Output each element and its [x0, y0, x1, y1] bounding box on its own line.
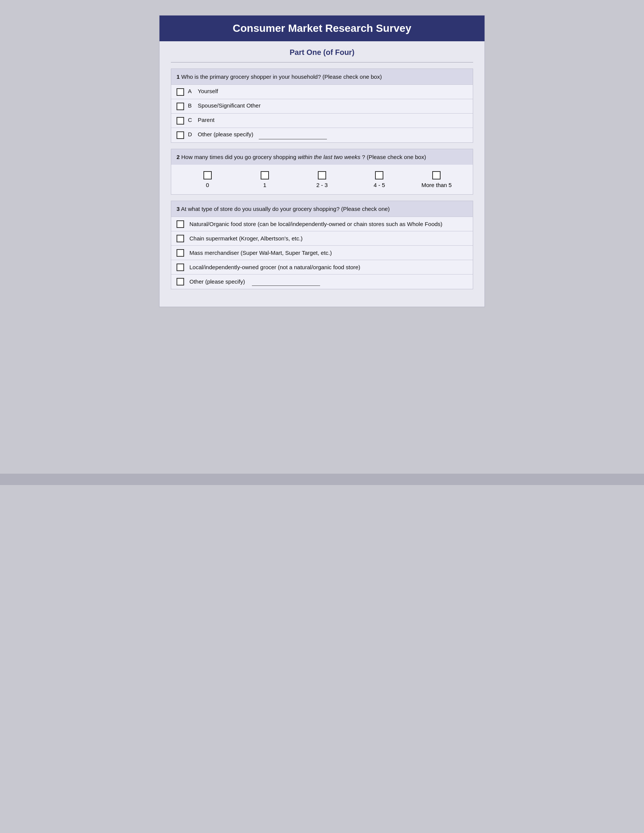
part-title-row: Part One (of Four): [171, 41, 473, 62]
q3-text-local: Local/independently-owned grocer (not a …: [189, 263, 360, 271]
q2-text-italic: within the last two weeks: [298, 154, 360, 160]
footer-bar: [0, 474, 644, 485]
q2-text-prefix: How many times did you go grocery shoppi…: [182, 154, 298, 160]
survey-title: Consumer Market Research Survey: [233, 23, 411, 34]
q2-label-0: 0: [206, 182, 209, 188]
q3-checkbox-natural[interactable]: [177, 220, 184, 228]
q2-label-1: 1: [263, 182, 266, 188]
q3-option-natural: Natural/Organic food store (can be local…: [171, 217, 473, 231]
q3-text-other: Other (please specify): [189, 278, 245, 286]
q1-specify-input[interactable]: [259, 131, 327, 139]
survey-header: Consumer Market Research Survey: [159, 16, 485, 41]
q2-label-more5: More than 5: [421, 182, 452, 188]
question-1: 1 Who is the primary grocery shopper in …: [171, 69, 473, 143]
q1-checkbox-b[interactable]: [177, 103, 184, 110]
section-divider: [171, 62, 473, 63]
question-2: 2 How many times did you go grocery shop…: [171, 149, 473, 195]
q1-checkbox-d[interactable]: [177, 131, 184, 139]
q1-checkbox-a[interactable]: [177, 88, 184, 96]
q2-option-1: 1: [236, 171, 293, 188]
q2-checkbox-more5[interactable]: [432, 171, 441, 180]
q1-option-c: C Parent: [171, 113, 473, 128]
q1-option-b: B Spouse/Significant Other: [171, 99, 473, 113]
question-3-text: 3 At what type of store do you usually d…: [171, 201, 473, 217]
q2-checkbox-45[interactable]: [375, 171, 383, 180]
q1-text-d: Other (please specify): [198, 131, 253, 137]
q1-text: Who is the primary grocery shopper in yo…: [182, 74, 382, 80]
q1-letter-c: C: [188, 117, 194, 123]
q3-checkbox-local[interactable]: [177, 264, 184, 271]
question-3-block: 3 At what type of store do you usually d…: [171, 201, 473, 289]
q3-checkbox-mass[interactable]: [177, 249, 184, 257]
q3-text-chain: Chain supermarket (Kroger, Albertson's, …: [189, 234, 303, 242]
q1-text-a: Yourself: [198, 88, 218, 94]
page-bottom: [0, 307, 644, 458]
q3-option-other: Other (please specify): [171, 274, 473, 289]
q1-letter-d: D: [188, 131, 194, 137]
q3-option-mass: Mass merchandiser (Super Wal-Mart, Super…: [171, 245, 473, 260]
q3-text-mass: Mass merchandiser (Super Wal-Mart, Super…: [189, 249, 332, 257]
q2-option-0: 0: [179, 171, 236, 188]
q1-letter-b: B: [188, 102, 194, 109]
q3-checkbox-other[interactable]: [177, 278, 184, 286]
q2-options-row: 0 1 2 - 3 4 - 5: [171, 165, 473, 194]
q1-checkbox-c[interactable]: [177, 117, 184, 125]
q1-text-b: Spouse/Significant Other: [198, 102, 261, 109]
q2-checkbox-23[interactable]: [318, 171, 326, 180]
question-2-text: 2 How many times did you go grocery shop…: [171, 149, 473, 165]
q3-specify-input[interactable]: [252, 278, 320, 286]
q3-number: 3: [177, 206, 180, 212]
q3-option-chain: Chain supermarket (Kroger, Albertson's, …: [171, 231, 473, 245]
q2-option-more5: More than 5: [408, 171, 465, 188]
q2-label-23: 2 - 3: [316, 182, 328, 188]
q1-number: 1: [177, 74, 180, 80]
q1-letter-a: A: [188, 88, 194, 94]
question-2-block: 2 How many times did you go grocery shop…: [171, 149, 473, 195]
question-1-text: 1 Who is the primary grocery shopper in …: [171, 69, 473, 84]
question-1-block: 1 Who is the primary grocery shopper in …: [171, 69, 473, 143]
q1-option-d: D Other (please specify): [171, 128, 473, 142]
question-3: 3 At what type of store do you usually d…: [171, 201, 473, 289]
part-title: Part One (of Four): [290, 48, 354, 56]
q2-label-45: 4 - 5: [374, 182, 385, 188]
q3-option-local: Local/independently-owned grocer (not a …: [171, 260, 473, 274]
q2-option-23: 2 - 3: [293, 171, 350, 188]
q2-option-45: 4 - 5: [351, 171, 408, 188]
survey-body: Part One (of Four) 1 Who is the primary …: [159, 41, 485, 307]
q2-checkbox-1[interactable]: [261, 171, 269, 180]
survey-container: Consumer Market Research Survey Part One…: [159, 15, 485, 307]
q3-text-natural: Natural/Organic food store (can be local…: [189, 220, 443, 228]
q2-number: 2: [177, 154, 180, 160]
q2-text-suffix: ? (Please check one box): [362, 154, 426, 160]
q3-text: At what type of store do you usually do …: [181, 206, 390, 212]
q2-checkbox-0[interactable]: [203, 171, 212, 180]
q3-checkbox-chain[interactable]: [177, 235, 184, 242]
q1-option-a: A Yourself: [171, 84, 473, 99]
q1-text-c: Parent: [198, 117, 214, 123]
